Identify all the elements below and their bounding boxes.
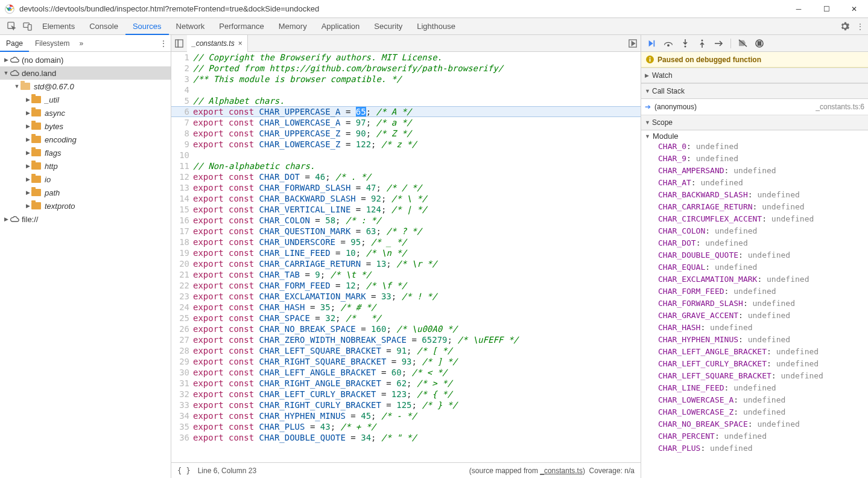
- scope-variable[interactable]: CHAR_AMPERSAND: undefined: [645, 165, 864, 177]
- tree-item-label: path: [45, 188, 60, 197]
- scope-variable[interactable]: CHAR_EQUAL: undefined: [645, 261, 864, 273]
- code-line: 27export const CHAR_ZERO_WIDTH_NOBREAK_S…: [171, 334, 641, 345]
- scope-variable[interactable]: CHAR_NO_BREAK_SPACE: undefined: [645, 418, 864, 430]
- code-line: 30export const CHAR_LEFT_ANGLE_BRACKET =…: [171, 367, 641, 378]
- deactivate-breakpoints-icon[interactable]: [735, 36, 750, 51]
- scope-variable[interactable]: CHAR_PERCENT: undefined: [645, 430, 864, 442]
- scope-variable[interactable]: CHAR_CIRCUMFLEX_ACCENT: undefined: [645, 213, 864, 225]
- code-line: 13export const CHAR_FORWARD_SLASH = 47; …: [171, 182, 641, 193]
- file-nav-icon[interactable]: [171, 36, 187, 51]
- scope-group[interactable]: ▼Module: [645, 132, 864, 141]
- tree-item-label: _util: [45, 95, 59, 104]
- tree-item[interactable]: ▶async: [0, 106, 171, 119]
- tree-item-label: file://: [22, 215, 38, 224]
- tree-item-label: http: [45, 162, 58, 171]
- step-icon[interactable]: [711, 36, 727, 51]
- source-editor: _constants.ts × 1// Copyright the Browse…: [171, 35, 641, 478]
- tree-item[interactable]: ▶path: [0, 186, 171, 199]
- subtab-filesystem[interactable]: Filesystem: [29, 35, 75, 52]
- scope-variable[interactable]: CHAR_PLUS: undefined: [645, 442, 864, 454]
- device-toggle-icon[interactable]: [19, 19, 35, 34]
- scope-variable[interactable]: CHAR_LINE_FEED: undefined: [645, 382, 864, 394]
- code-line: 7export const CHAR_LOWERCASE_A = 97; /* …: [171, 117, 641, 128]
- tree-item[interactable]: ▶file://: [0, 212, 171, 226]
- tab-sources[interactable]: Sources: [125, 18, 169, 35]
- file-tab-constants[interactable]: _constants.ts ×: [187, 35, 248, 52]
- scope-variable[interactable]: CHAR_DOT: undefined: [645, 237, 864, 249]
- scope-variable[interactable]: CHAR_EXCLAMATION_MARK: undefined: [645, 273, 864, 285]
- pause-exceptions-icon[interactable]: [752, 36, 767, 51]
- tree-item[interactable]: ▶flags: [0, 146, 171, 159]
- window-minimize[interactable]: ─: [785, 0, 813, 18]
- step-into-icon[interactable]: [677, 36, 693, 51]
- tab-memory[interactable]: Memory: [271, 18, 314, 35]
- step-over-icon[interactable]: [661, 36, 676, 51]
- navigator-more-icon[interactable]: ⋮: [160, 39, 167, 48]
- folder-icon: [31, 189, 41, 196]
- settings-icon[interactable]: [837, 19, 852, 34]
- scope-section[interactable]: ▼Scope: [641, 115, 868, 130]
- scope-variable[interactable]: CHAR_HYPHEN_MINUS: undefined: [645, 334, 864, 346]
- folder-icon: [31, 202, 41, 209]
- scope-variable[interactable]: CHAR_HASH: undefined: [645, 322, 864, 334]
- scope-variable[interactable]: CHAR_LEFT_ANGLE_BRACKET: undefined: [645, 346, 864, 358]
- close-tab-icon[interactable]: ×: [238, 39, 242, 48]
- code-line: 28export const CHAR_LEFT_SQUARE_BRACKET …: [171, 345, 641, 356]
- watch-section[interactable]: ▶Watch: [641, 68, 868, 83]
- tab-elements[interactable]: Elements: [35, 18, 82, 35]
- folder-icon: [31, 109, 41, 116]
- cloud-icon: [10, 215, 19, 223]
- more-subtabs[interactable]: »: [75, 39, 87, 48]
- tree-arrow-icon: ▶: [24, 136, 31, 142]
- run-snippet-icon[interactable]: [625, 39, 641, 48]
- tree-item[interactable]: ▼std@0.67.0: [0, 80, 171, 93]
- svg-rect-6: [178, 39, 183, 46]
- tab-performance[interactable]: Performance: [212, 18, 271, 35]
- tab-console[interactable]: Console: [82, 18, 125, 35]
- window-maximize[interactable]: ☐: [813, 0, 840, 18]
- scope-variable[interactable]: CHAR_CARRIAGE_RETURN: undefined: [645, 201, 864, 213]
- tree-item[interactable]: ▶http: [0, 159, 171, 173]
- scope-variable[interactable]: CHAR_COLON: undefined: [645, 225, 864, 237]
- tree-arrow-icon: ▶: [24, 97, 31, 103]
- scope-variable[interactable]: CHAR_0: undefined: [645, 141, 864, 153]
- pretty-print-icon[interactable]: { }: [177, 467, 191, 475]
- scope-variable[interactable]: CHAR_FORWARD_SLASH: undefined: [645, 298, 864, 310]
- window-url: devtools://devtools/bundled/inspector.ht…: [19, 4, 785, 13]
- scope-variable[interactable]: CHAR_9: undefined: [645, 153, 864, 165]
- tree-item[interactable]: ▼deno.land: [0, 66, 171, 80]
- scope-variable[interactable]: CHAR_DOUBLE_QUOTE: undefined: [645, 249, 864, 261]
- tree-item[interactable]: ▶(no domain): [0, 53, 171, 66]
- code-area[interactable]: 1// Copyright the Browserify authors. MI…: [171, 52, 641, 462]
- tree-item[interactable]: ▶encoding: [0, 133, 171, 146]
- callstack-frame[interactable]: ➔ (anonymous) _constants.ts:6: [641, 99, 868, 115]
- chevron-down-icon: ▼: [645, 88, 652, 94]
- tree-item-label: deno.land: [22, 69, 56, 78]
- scope-variable[interactable]: CHAR_LOWERCASE_A: undefined: [645, 394, 864, 406]
- scope-variable[interactable]: CHAR_GRAVE_ACCENT: undefined: [645, 310, 864, 322]
- tree-item[interactable]: ▶_util: [0, 93, 171, 106]
- tab-security[interactable]: Security: [367, 18, 410, 35]
- scope-variable[interactable]: CHAR_FORM_FEED: undefined: [645, 285, 864, 298]
- code-line: 2// Ported from https://github.com/brows…: [171, 63, 641, 74]
- callstack-section[interactable]: ▼Call Stack: [641, 83, 868, 99]
- scope-variable[interactable]: CHAR_AT: undefined: [645, 177, 864, 189]
- window-close[interactable]: ✕: [840, 0, 868, 18]
- tree-item[interactable]: ▶io: [0, 173, 171, 186]
- subtab-page[interactable]: Page: [0, 35, 29, 52]
- file-tabs: _constants.ts ×: [171, 35, 641, 52]
- inspect-icon[interactable]: [4, 19, 19, 34]
- resume-icon[interactable]: [644, 36, 659, 51]
- tree-item[interactable]: ▶bytes: [0, 119, 171, 133]
- tree-item[interactable]: ▶textproto: [0, 199, 171, 212]
- tab-network[interactable]: Network: [169, 18, 212, 35]
- scope-variable[interactable]: CHAR_LEFT_SQUARE_BRACKET: undefined: [645, 370, 864, 382]
- tree-item-label: (no domain): [22, 56, 63, 65]
- tab-lighthouse[interactable]: Lighthouse: [410, 18, 463, 35]
- tab-application[interactable]: Application: [314, 18, 367, 35]
- scope-variable[interactable]: CHAR_LEFT_CURLY_BRACKET: undefined: [645, 358, 864, 370]
- scope-variable[interactable]: CHAR_BACKWARD_SLASH: undefined: [645, 189, 864, 201]
- step-out-icon[interactable]: [694, 36, 710, 51]
- more-icon[interactable]: ⋮: [852, 19, 868, 34]
- scope-variable[interactable]: CHAR_LOWERCASE_Z: undefined: [645, 406, 864, 418]
